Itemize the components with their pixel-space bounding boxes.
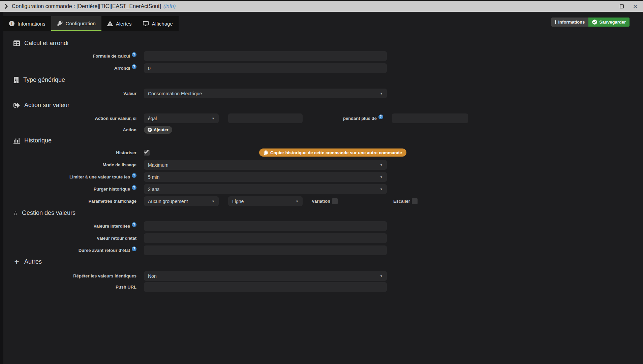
historiser-label: Historiser	[116, 150, 136, 155]
row-push-url: Push URL	[0, 282, 643, 292]
push-url-label: Push URL	[116, 285, 136, 290]
sign-out-icon	[13, 102, 20, 108]
plus-circle-icon	[148, 128, 152, 132]
section-title: Action sur valeur	[24, 102, 69, 109]
section-title: Gestion des valeurs	[22, 209, 75, 217]
chevron-down-icon: ▼	[212, 117, 215, 120]
duree-input[interactable]	[144, 245, 387, 255]
push-url-input[interactable]	[144, 282, 387, 292]
ajouter-button[interactable]: Ajouter	[144, 126, 172, 134]
info-circle-icon: i	[9, 21, 14, 26]
condition-operator-select[interactable]: égal ▼	[144, 113, 219, 123]
variation-checkbox[interactable]	[332, 198, 338, 204]
condition-operator-selected: égal	[148, 116, 157, 121]
chevron-down-icon: ▼	[380, 163, 383, 167]
thermometer-icon	[13, 210, 18, 216]
left-edge-strip	[0, 12, 3, 364]
purger-select[interactable]: 2 ans ▼	[144, 184, 387, 194]
row-historiser: Historiser Copier historique de cette co…	[0, 148, 643, 157]
help-icon[interactable]: ?	[132, 185, 136, 190]
style-graphique-select[interactable]: Ligne ▼	[228, 196, 303, 206]
row-repeter-valeurs: Répéter les valeurs identiques Non ▼	[0, 271, 643, 281]
historiser-checkbox[interactable]	[144, 150, 150, 156]
plus-icon: +	[13, 259, 20, 265]
escalier-label: Escalier	[393, 199, 410, 204]
repeter-select[interactable]: Non ▼	[144, 271, 387, 281]
formule-label: Formule de calcul	[93, 54, 130, 59]
warning-icon	[107, 21, 113, 27]
copy-history-button-label: Copier historique de cette commande sur …	[270, 150, 402, 155]
help-icon[interactable]: ?	[132, 246, 136, 251]
chevron-down-icon: ▼	[380, 92, 383, 95]
section-gestion-des-valeurs: Gestion des valeurs	[13, 209, 643, 217]
row-mode-de-lissage: Mode de lissage Maximum ▼	[0, 160, 643, 170]
groupement-select[interactable]: Aucun groupement ▼	[144, 196, 219, 206]
save-button[interactable]: Sauvegarder	[588, 18, 630, 27]
informations-button[interactable]: i Informations	[551, 18, 589, 27]
close-icon[interactable]: ×	[632, 3, 638, 9]
chevron-down-icon: ▼	[380, 175, 383, 179]
save-button-label: Sauvegarder	[599, 20, 626, 25]
limiter-selected: 5 min	[148, 174, 159, 180]
row-duree-avant-retour: Durée avant retour d'état ?	[0, 245, 643, 255]
limiter-select[interactable]: 5 min ▼	[144, 172, 387, 182]
row-purger-historique: Purger historique ? 2 ans ▼	[0, 184, 643, 194]
groupement-selected: Aucun groupement	[148, 199, 188, 204]
section-type-generique: Type générique	[13, 76, 643, 84]
tab-label: Affichage	[152, 21, 173, 27]
help-icon[interactable]: ?	[132, 222, 136, 227]
window-title: Configuration commande : [Derrière][TIC]…	[12, 3, 161, 9]
tab-label: Informations	[18, 21, 45, 27]
section-title: Autres	[24, 258, 42, 265]
maximize-icon[interactable]	[619, 3, 625, 9]
repeter-selected: Non	[148, 273, 157, 279]
valeur-selected: Consommation Electrique	[148, 91, 202, 96]
copy-history-button[interactable]: Copier historique de cette commande sur …	[259, 148, 406, 157]
escalier-checkbox[interactable]	[412, 198, 418, 204]
retour-input[interactable]	[144, 233, 387, 243]
copy-icon	[264, 151, 268, 155]
purger-label: Purger historique	[94, 187, 130, 192]
lissage-select[interactable]: Maximum ▼	[144, 160, 387, 170]
arrondi-input[interactable]	[144, 63, 387, 73]
section-action-sur-valeur: Action sur valeur	[13, 101, 643, 109]
informations-button-label: Informations	[558, 20, 585, 25]
pendant-input[interactable]	[392, 113, 468, 123]
chevron-down-icon: ▼	[380, 274, 383, 278]
window-titlebar: Configuration commande : [Derrière][TIC]…	[0, 0, 643, 12]
tab-bar: i Informations Configuration Alertes Af	[3, 16, 630, 31]
row-arrondi: Arrondi ?	[0, 63, 643, 73]
wrench-icon	[57, 21, 63, 26]
section-title: Historique	[24, 137, 52, 144]
formule-input[interactable]	[144, 51, 387, 61]
row-action-sur-valeur-si: Action sur valeur, si égal ▼ pendant plu…	[0, 113, 643, 123]
row-valeur-retour-etat: Valeur retour d'état	[0, 233, 643, 243]
chevron-down-icon: ▼	[380, 188, 383, 191]
section-historique: Historique	[13, 136, 643, 144]
valeur-select[interactable]: Consommation Electrique ▼	[144, 89, 387, 98]
monitor-icon	[143, 21, 149, 27]
chevron-down-icon: ▼	[296, 200, 299, 203]
help-icon[interactable]: ?	[132, 173, 136, 178]
info-link[interactable]: (info)	[163, 3, 176, 9]
dialog-content: i Informations Configuration Alertes Af	[0, 12, 643, 364]
tab-affichage[interactable]: Affichage	[137, 16, 178, 31]
variation-label: Variation	[312, 199, 330, 204]
duree-label: Durée avant retour d'état	[79, 248, 130, 253]
help-icon[interactable]: ?	[132, 52, 136, 57]
check-circle-icon	[592, 20, 597, 25]
tab-configuration[interactable]: Configuration	[51, 16, 101, 31]
row-valeur: Valeur Consommation Electrique ▼	[0, 89, 643, 98]
header-buttons: i Informations Sauvegarder	[551, 18, 630, 27]
retour-label: Valeur retour d'état	[97, 236, 136, 241]
help-icon[interactable]: ?	[378, 114, 383, 119]
interdites-input[interactable]	[144, 221, 387, 231]
help-icon[interactable]: ?	[132, 64, 136, 69]
section-title: Calcul et arrondi	[24, 40, 68, 47]
tab-informations[interactable]: i Informations	[3, 16, 51, 31]
tab-label: Alertes	[116, 21, 132, 27]
tab-alertes[interactable]: Alertes	[101, 16, 137, 31]
condition-value-input[interactable]	[228, 113, 303, 123]
row-limiter-valeur: Limiter à une valeur toute les ? 5 min ▼	[0, 172, 643, 182]
limiter-label: Limiter à une valeur toute les	[69, 174, 130, 179]
